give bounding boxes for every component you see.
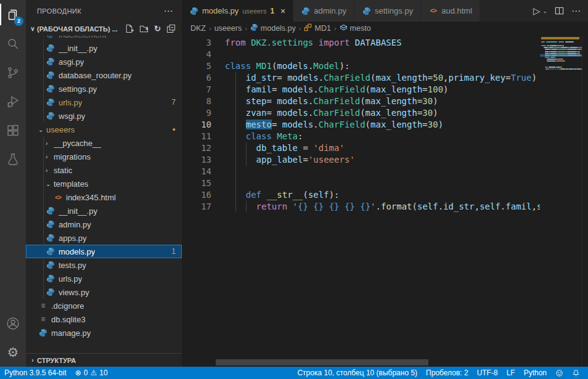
tree-item-label: __init__.py (59, 206, 97, 216)
breadcrumb-item-useeers[interactable]: useeers (214, 24, 242, 33)
sidebar-more-icon[interactable]: ⋯ (164, 6, 173, 17)
breadcrumb-separator: › (299, 25, 301, 32)
code-editor[interactable]: 3from DKZ.settings import DATABASES45cla… (182, 36, 588, 367)
activity-bar: 2 ⚙ (0, 0, 26, 367)
tree-item-views-py[interactable]: views.py (26, 285, 182, 299)
explorer-icon[interactable]: 2 (0, 0, 26, 29)
explorer-actions: ↻ (125, 24, 176, 33)
line-number: 3 (182, 37, 211, 49)
python-file-icon (46, 111, 55, 121)
tree-item-models-py[interactable]: models.py1 (26, 245, 182, 258)
outline-section-header[interactable]: › СТРУКТУРА (26, 353, 182, 367)
file-tree: indexelement__init__.pyasgi.pydatabase_r… (26, 36, 182, 353)
tree-item-apps-py[interactable]: apps.py (26, 231, 182, 245)
tab-label: models.py (202, 6, 239, 15)
vertical-scrollbar[interactable] (582, 36, 588, 367)
code-text: class MD1(models.Model): (211, 60, 349, 72)
new-file-icon[interactable] (125, 24, 134, 33)
tree-item-label: database_roouter.py (59, 71, 132, 80)
tree-item-admin-py[interactable]: admin.py (26, 218, 182, 231)
tree-item-label: wsgi.py (59, 112, 85, 121)
code-text (211, 49, 225, 60)
split-editor-icon[interactable] (555, 6, 564, 15)
close-icon[interactable]: × (280, 7, 285, 15)
new-folder-icon[interactable] (139, 24, 149, 33)
tree-item-index345-html[interactable]: <>index345.html (26, 190, 182, 204)
breadcrumb-item-models-py[interactable]: models.py (250, 23, 296, 33)
tree-item-urls-py[interactable]: urls.py7 (26, 96, 182, 109)
workspace-section-header[interactable]: ∨ (РАБОЧАЯ ОБЛАСТЬ) ... ↻ (26, 22, 182, 36)
tree-item-tests-py[interactable]: tests.py (26, 258, 182, 272)
tree-item-asgi-py[interactable]: asgi.py (26, 55, 182, 68)
tree-item--init-py[interactable]: __init__.py (26, 41, 182, 55)
tree-item-migrations[interactable]: ›migrations (26, 150, 182, 163)
testing-icon[interactable] (0, 145, 26, 174)
tree-item-useeers[interactable]: ⌄useeers● (26, 123, 182, 136)
settings-gear-icon[interactable]: ⚙ (0, 338, 26, 367)
run-and-debug-icon[interactable] (0, 87, 26, 116)
file-icon: ≡ (38, 314, 48, 324)
tree-item-wsgi-py[interactable]: wsgi.py (26, 109, 182, 123)
tree-item-settings-py[interactable]: settings.py (26, 82, 182, 96)
line-number: 7 (182, 84, 211, 96)
feedback-icon[interactable] (551, 369, 568, 377)
tab-admin-py[interactable]: admin.py (293, 0, 354, 22)
tree-item-label: indexelement (59, 36, 106, 39)
code-text (211, 166, 225, 177)
encoding-status[interactable]: UTF-8 (473, 369, 502, 377)
eol-status[interactable]: LF (502, 369, 520, 377)
cursor-position-status[interactable]: Строка 10, столбец 10 (выбрано 5) (293, 369, 422, 377)
tree-item-manage-py[interactable]: manage.py (26, 326, 182, 340)
tabs: models.pyuseeers1×admin.pysettings.py<>a… (182, 0, 480, 22)
tree-item-label: __pycache__ (54, 139, 101, 148)
tree-item-label: index345.html (66, 193, 116, 202)
collapse-all-icon[interactable] (166, 24, 176, 33)
code-text: return '{} {} {} {} {}'.format(self.id_s… (211, 201, 540, 213)
breadcrumb-label: useeers (214, 24, 242, 33)
tree-item-static[interactable]: ›static (26, 163, 182, 177)
language-mode-status[interactable]: Python (520, 369, 551, 377)
tree-item--pycache-[interactable]: ›__pycache__ (26, 136, 182, 150)
indentation-status[interactable]: Пробелов: 2 (422, 369, 473, 377)
tree-item-label: urls.py (59, 98, 82, 107)
code-text: id_str= models.CharField(max_length=50,p… (211, 72, 537, 84)
code-text: zvan= models.CharField(max_length=30) (211, 107, 438, 119)
code-text: class Meta: (211, 131, 303, 142)
python-file-icon (46, 274, 55, 283)
tree-item-database-roouter-py[interactable]: database_roouter.py (26, 68, 182, 82)
horizontal-scrollbar[interactable] (216, 359, 428, 365)
tree-item-indexelement[interactable]: indexelement (26, 36, 182, 41)
tab-models-py[interactable]: models.pyuseeers1× (182, 0, 293, 22)
extensions-icon[interactable] (0, 116, 26, 145)
tree-item-urls-py[interactable]: urls.py (26, 272, 182, 285)
search-icon[interactable] (0, 29, 26, 58)
tree-item--init-py[interactable]: __init__.py (26, 204, 182, 218)
run-button[interactable]: ▷ (533, 6, 541, 17)
tree-item-db-sqlite3[interactable]: ≡db.sqlite3 (26, 312, 182, 326)
tree-item-label: useeers (46, 125, 75, 134)
source-control-icon[interactable] (0, 58, 26, 87)
more-actions-icon[interactable]: ⋯ (571, 6, 581, 17)
breadcrumb-item-md1[interactable]: MD1 (304, 23, 330, 33)
account-icon[interactable] (0, 309, 26, 338)
python-interpreter-status[interactable]: Python 3.9.5 64-bit (0, 367, 71, 379)
breadcrumb-item-dkz[interactable]: DKZ (190, 24, 206, 33)
indent-guide (246, 142, 247, 166)
refresh-icon[interactable]: ↻ (154, 24, 161, 33)
chevron-right-icon: › (46, 140, 54, 147)
line-number: 9 (182, 107, 211, 119)
tree-item-templates[interactable]: ⌄templates (26, 177, 182, 190)
run-dropdown-icon[interactable]: ⌄ (542, 8, 547, 14)
tree-item-label: static (54, 166, 72, 175)
tab-settings-py[interactable]: settings.py (354, 0, 421, 22)
breadcrumb-item-mesto[interactable]: mesto (340, 23, 371, 33)
tree-item--dcignore[interactable]: ≡.dcignore (26, 299, 182, 312)
notifications-bell-icon[interactable] (568, 369, 584, 377)
workspace-label: (РАБОЧАЯ ОБЛАСТЬ) ... (37, 25, 118, 33)
minimap[interactable] (540, 36, 582, 367)
tab-aud-html[interactable]: <>aud.html (421, 0, 480, 22)
problems-status[interactable]: ⊗ 0 ⚠ 10 (71, 367, 112, 379)
field-symbol-icon (340, 23, 348, 33)
tree-item-label: asgi.py (59, 57, 84, 67)
sidebar-title: ПРОВОДНИК (37, 7, 81, 15)
